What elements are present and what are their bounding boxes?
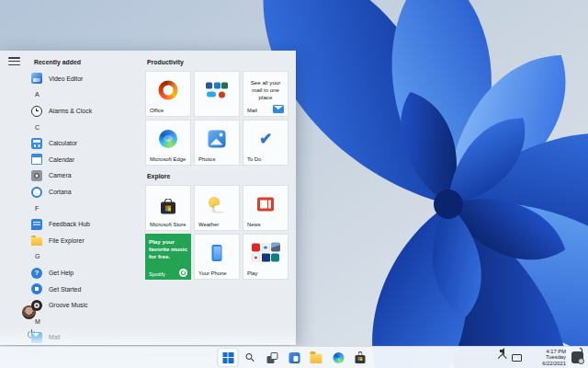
clock-date: 6/22/2021	[542, 361, 566, 367]
edge-icon	[333, 352, 344, 363]
tile-label: Microsoft Store	[150, 222, 187, 227]
your-phone-icon	[212, 245, 222, 261]
app-item-alarms-clock[interactable]: Alarms & Clock	[31, 103, 143, 120]
tile-label: Photos	[198, 156, 215, 162]
taskbar-store-button[interactable]	[351, 349, 370, 366]
tile-label: Your Phone	[198, 270, 227, 276]
tile-section-title-explore: Explore	[147, 173, 292, 184]
windows-logo-square	[222, 352, 227, 357]
tile-spotify[interactable]: Play your favorite music for free.Spotif…	[145, 234, 191, 280]
app-item-label: Calculator	[49, 140, 77, 146]
hamburger-menu-button[interactable]	[8, 57, 20, 66]
camera-icon	[31, 170, 42, 181]
tile-label: News	[247, 222, 261, 227]
mini-app-icon	[206, 83, 212, 89]
weather-icon	[208, 197, 226, 212]
taskbar-buttons	[219, 347, 370, 368]
tile-microsoft-edge[interactable]: Microsoft Edge	[145, 120, 191, 166]
taskbar-clock[interactable]: 4:17 PM Tuesday 6/22/2021	[542, 349, 566, 367]
app-item-get-started[interactable]: Get Started	[31, 281, 143, 297]
app-list-letter-m[interactable]: M	[31, 314, 143, 330]
clock-day: Tuesday	[542, 354, 566, 361]
app-item-label: Groove Music	[49, 302, 88, 308]
todo-icon	[256, 130, 275, 148]
cortana-icon	[31, 187, 42, 198]
network-icon[interactable]	[512, 354, 522, 362]
windows-logo-icon	[222, 352, 233, 363]
app-item-label: Get Help	[49, 270, 74, 276]
app-item-get-help[interactable]: Get Help	[31, 265, 143, 282]
tile-to-do[interactable]: To Do	[243, 120, 288, 166]
photos-icon	[209, 131, 226, 148]
news-icon	[257, 198, 274, 212]
taskbar-start-button[interactable]	[219, 349, 238, 366]
taskbar-file-explorer-button[interactable]	[307, 349, 326, 366]
calculator-icon	[31, 138, 42, 149]
mini-app-icon	[261, 253, 271, 263]
app-item-video-editor[interactable]: Video Editor	[31, 71, 143, 87]
mini-app-icon	[262, 244, 270, 252]
app-item-calculator[interactable]: Calculator	[31, 135, 143, 152]
tile-office[interactable]: Office	[145, 71, 191, 117]
desktop: Recently added Video EditorAAlarms & Clo…	[0, 0, 588, 368]
tile-play[interactable]: Play	[243, 234, 288, 280]
tile-news[interactable]: News	[243, 185, 288, 231]
mini-app-icon	[252, 244, 260, 252]
app-list-letter-c[interactable]: C	[31, 119, 143, 135]
tile-office-apps[interactable]	[194, 71, 240, 117]
app-item-label: Feedback Hub	[49, 221, 90, 227]
app-item-groove-music[interactable]: Groove Music	[31, 297, 143, 314]
play-grid-icon	[252, 244, 279, 263]
hidden-icons-chevron-icon[interactable]	[498, 353, 507, 362]
taskbar-task-view-button[interactable]	[263, 349, 282, 366]
tile-label: Spotify	[149, 271, 165, 277]
mini-app-icon	[271, 243, 280, 252]
app-list-letter-g[interactable]: G	[31, 248, 143, 265]
app-item-label: Get Started	[49, 286, 81, 293]
app-list-letter-f[interactable]: F	[31, 200, 143, 216]
folder-icon	[311, 354, 322, 363]
notification-center-icon[interactable]	[571, 351, 583, 363]
app-item-label: Cortana	[49, 189, 72, 195]
office-apps-icon	[206, 83, 228, 98]
app-item-cortana[interactable]: Cortana	[31, 184, 143, 201]
windows-logo-square	[222, 358, 227, 362]
taskbar-search-button[interactable]	[241, 349, 260, 366]
app-item-mail[interactable]: Mail	[31, 329, 143, 345]
windows-logo-square	[229, 352, 233, 357]
tile-photos[interactable]: Photos	[194, 120, 240, 166]
search-icon	[244, 352, 255, 363]
recently-added-header: Recently added	[31, 54, 143, 71]
app-item-feedback-hub[interactable]: Feedback Hub	[31, 216, 143, 233]
volume-icon[interactable]	[527, 353, 537, 362]
app-list: Recently added Video EditorAAlarms & Clo…	[31, 54, 143, 345]
office-icon	[159, 81, 178, 100]
app-item-label: Camera	[49, 172, 72, 178]
clock-time: 4:17 PM	[542, 349, 566, 355]
app-item-calendar[interactable]: Calendar	[31, 152, 143, 168]
taskbar-widgets-button[interactable]	[285, 349, 304, 366]
tile-your-phone[interactable]: Your Phone	[194, 234, 240, 280]
get-started-icon	[31, 283, 42, 294]
task-view-icon	[266, 352, 277, 363]
tile-label: Weather	[198, 222, 219, 227]
tile-weather[interactable]: Weather	[194, 185, 240, 231]
store-icon	[161, 202, 175, 214]
tile-mail[interactable]: See all your mail in one placeMail	[243, 71, 288, 117]
app-item-file-explorer[interactable]: File Explorer	[31, 233, 143, 249]
mail-badge-icon	[273, 105, 284, 113]
mini-app-icon	[207, 92, 216, 98]
app-item-label: Calendar	[49, 156, 74, 163]
get-help-icon	[31, 268, 42, 279]
taskbar-edge-button[interactable]	[329, 349, 348, 366]
tile-microsoft-store[interactable]: Microsoft Store	[145, 185, 191, 231]
taskbar: 4:17 PM Tuesday 6/22/2021	[0, 346, 588, 368]
tile-sections: ProductivityOfficeSee all your mail in o…	[145, 58, 292, 287]
mini-app-icon	[252, 254, 260, 262]
app-item-label: Alarms & Clock	[49, 108, 92, 114]
mini-app-icon	[219, 91, 225, 98]
app-item-camera[interactable]: Camera	[31, 167, 143, 184]
app-list-letter-a[interactable]: A	[31, 86, 143, 103]
system-tray: 4:17 PM Tuesday 6/22/2021	[500, 347, 583, 368]
video-editor-icon	[31, 73, 42, 84]
